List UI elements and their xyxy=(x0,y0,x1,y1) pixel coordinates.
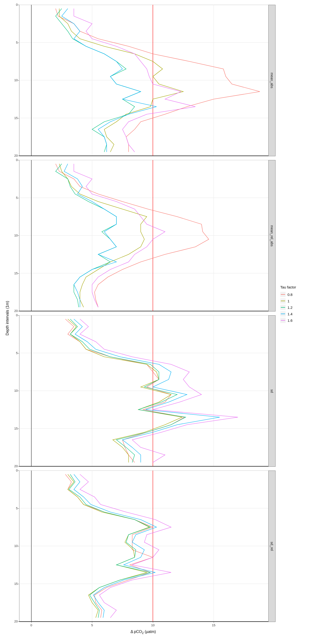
legend-label: 0.8 xyxy=(288,292,292,296)
legend-item: 1 xyxy=(280,298,296,304)
legend-label: 1.4 xyxy=(288,312,292,316)
legend-title: Tau factor xyxy=(280,285,296,289)
y-tick-label: 10 xyxy=(10,544,18,548)
y-tick-label: 10 xyxy=(10,389,18,392)
facet-strip-sd: sd xyxy=(268,315,276,467)
legend-swatch xyxy=(280,292,286,297)
legend-swatch xyxy=(280,311,286,316)
facet-label-sd: sd xyxy=(270,389,274,393)
x-tick-label: 10 xyxy=(149,624,156,627)
x-tick-label: 0 xyxy=(28,624,35,627)
x-tick-label: 15 xyxy=(210,624,217,627)
y-tick-label: 20 xyxy=(10,464,18,468)
y-tick-label: 5 xyxy=(10,506,18,510)
y-axis-title: Depth intervals (1m) xyxy=(5,301,10,336)
facet-strip-sd_rel: sd_rel xyxy=(268,470,276,622)
plot-sd_rel xyxy=(19,470,268,622)
legend-swatch xyxy=(280,298,286,304)
y-tick-label: 15 xyxy=(10,427,18,430)
legend-item: 1.4 xyxy=(280,311,296,317)
y-tick-label: 20 xyxy=(10,309,18,313)
y-tick-label: 15 xyxy=(10,272,18,275)
legend-item: 1.2 xyxy=(280,304,296,310)
y-tick-label: 0 xyxy=(10,158,18,162)
y-tick-label: 20 xyxy=(10,620,18,623)
legend-item: 0.8 xyxy=(280,292,296,297)
plot-sd xyxy=(19,315,268,466)
y-tick-label: 0 xyxy=(10,314,18,317)
legend-swatch xyxy=(280,318,286,323)
plot-mean_rel_abs xyxy=(19,160,268,311)
facet-label-mean_rel_abs: mean_rel_abs xyxy=(270,225,274,246)
legend-swatch xyxy=(280,305,286,310)
y-tick-label: 5 xyxy=(10,351,18,355)
y-tick-label: 5 xyxy=(10,41,18,44)
legend: Tau factor0.811.21.41.6 xyxy=(280,285,296,324)
legend-label: 1 xyxy=(288,299,290,303)
x-tick-label: 5 xyxy=(88,624,96,627)
y-tick-label: 5 xyxy=(10,196,18,200)
facet-label-mean_abs: mean_abs xyxy=(270,72,274,88)
y-tick-label: 10 xyxy=(10,234,18,237)
y-tick-label: 0 xyxy=(10,3,18,6)
legend-label: 1.2 xyxy=(288,306,292,310)
legend-label: 1.6 xyxy=(288,318,292,322)
y-tick-label: 10 xyxy=(10,78,18,82)
legend-item: 1.6 xyxy=(280,318,296,323)
facet-strip-mean_rel_abs: mean_rel_abs xyxy=(268,160,276,312)
y-tick-label: 15 xyxy=(10,116,18,120)
plot-mean_abs xyxy=(19,5,268,156)
y-tick-label: 20 xyxy=(10,154,18,158)
y-tick-label: 0 xyxy=(10,468,18,472)
facet-label-sd_rel: sd_rel xyxy=(270,542,274,551)
y-tick-label: 15 xyxy=(10,582,18,586)
x-axis-title: Δ pCO2 (µatm) xyxy=(130,630,156,635)
facet-strip-mean_abs: mean_abs xyxy=(268,5,276,156)
